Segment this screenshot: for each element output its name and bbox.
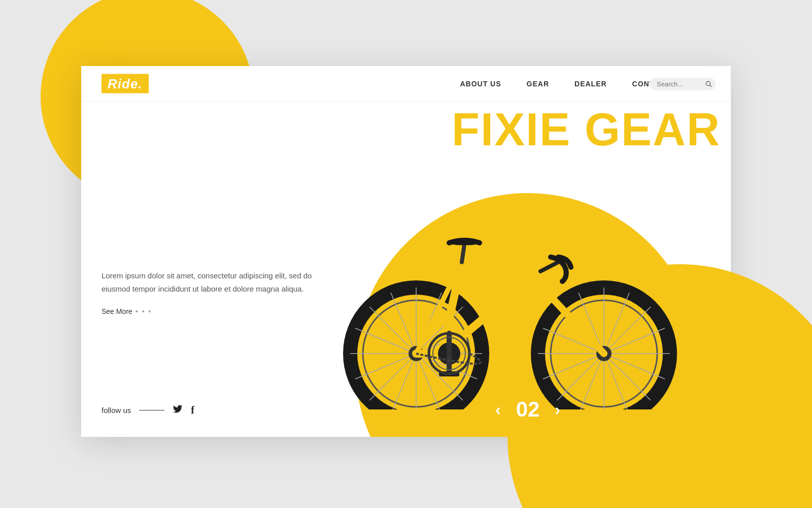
search-icon[interactable]	[705, 80, 712, 87]
bicycle-illustration	[325, 216, 700, 411]
nav-link-gear[interactable]: GEAR	[527, 80, 549, 88]
nav-link-about[interactable]: ABOUT US	[460, 80, 501, 88]
nav-links: ABOUT US GEAR DEALER CONTACT	[460, 80, 670, 88]
left-content: Lorem ipsum dolor sit amet, consectetur …	[101, 117, 315, 315]
body-text: Lorem ipsum dolor sit amet, consectetur …	[101, 269, 315, 295]
twitter-icon[interactable]	[173, 404, 183, 417]
svg-line-31	[540, 262, 558, 271]
follow-label: follow us	[101, 406, 131, 415]
follow-section: follow us f	[101, 404, 194, 417]
search-bar[interactable]	[650, 78, 716, 90]
svg-line-1	[710, 85, 712, 87]
next-arrow[interactable]: ›	[555, 400, 560, 419]
hero-title: FIXIE GEAR	[452, 107, 721, 152]
facebook-icon[interactable]: f	[191, 404, 194, 416]
follow-line	[139, 410, 164, 411]
prev-arrow[interactable]: ‹	[495, 400, 501, 419]
slide-number: 02	[516, 397, 540, 422]
hero-bottom-nav: ‹ 02 ›	[495, 397, 560, 422]
page-card: Ride. ABOUT US GEAR DEALER CONTACT Lorem…	[81, 66, 731, 437]
logo-text: Ride.	[101, 74, 149, 93]
nav-link-dealer[interactable]: DEALER	[574, 80, 607, 88]
see-more-button[interactable]: See More • • •	[101, 307, 315, 315]
svg-line-25	[462, 262, 533, 277]
svg-point-0	[706, 81, 710, 85]
svg-line-32	[462, 244, 464, 262]
hero-area: FIXIE GEAR	[325, 66, 731, 437]
search-input[interactable]	[657, 80, 705, 88]
logo[interactable]: Ride.	[101, 76, 149, 92]
navbar: Ride. ABOUT US GEAR DEALER CONTACT	[81, 66, 731, 102]
nav-divider	[81, 101, 731, 102]
